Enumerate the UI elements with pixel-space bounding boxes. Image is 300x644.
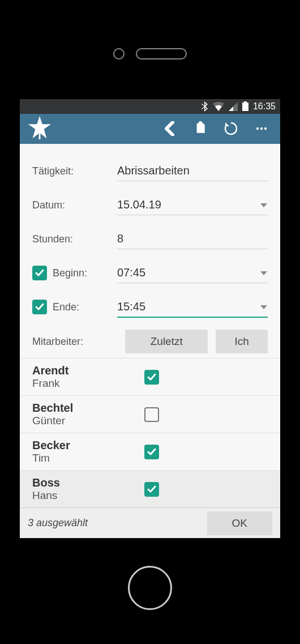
home-button[interactable] bbox=[128, 566, 172, 610]
refresh-button[interactable] bbox=[217, 114, 245, 143]
status-bar: 16:35 bbox=[20, 99, 280, 114]
overflow-menu-button[interactable] bbox=[247, 114, 276, 143]
employee-firstname: Frank bbox=[32, 377, 144, 390]
app-logo-icon bbox=[27, 114, 53, 143]
chevron-down-icon bbox=[260, 198, 268, 211]
end-checkbox[interactable] bbox=[32, 300, 47, 314]
employee-checkbox[interactable] bbox=[144, 407, 159, 422]
end-time-field[interactable]: 15:45 bbox=[117, 297, 268, 318]
begin-row: Beginn: 07:45 bbox=[32, 256, 268, 290]
begin-value: 07:45 bbox=[117, 266, 145, 279]
employee-lastname: Arendt bbox=[32, 364, 144, 377]
footer-bar: 3 ausgewählt OK bbox=[20, 507, 280, 538]
begin-label: Beginn: bbox=[53, 267, 87, 279]
hours-value: 8 bbox=[117, 232, 123, 245]
me-button[interactable]: Ich bbox=[216, 330, 268, 353]
employee-checkbox[interactable] bbox=[144, 482, 159, 497]
activity-row: Tätigkeit: Abrissarbeiten bbox=[32, 154, 268, 188]
activity-label: Tätigkeit: bbox=[32, 165, 117, 177]
date-label: Datum: bbox=[32, 199, 117, 211]
begin-time-field[interactable]: 07:45 bbox=[117, 263, 268, 283]
app-bar bbox=[20, 114, 280, 144]
employee-list: Arendt Frank Bechtel Günter bbox=[20, 358, 280, 507]
date-value: 15.04.19 bbox=[117, 198, 161, 211]
content: Tätigkeit: Abrissarbeiten Datum: 15.04.1… bbox=[20, 144, 280, 538]
speaker-slit bbox=[136, 48, 187, 59]
ok-button[interactable]: OK bbox=[207, 511, 272, 535]
end-value: 15:45 bbox=[117, 300, 145, 313]
svg-rect-3 bbox=[39, 129, 41, 139]
employee-firstname: Tim bbox=[32, 452, 144, 464]
hours-label: Stunden: bbox=[32, 233, 117, 245]
phone-frame: 16:35 bbox=[0, 0, 300, 644]
employee-row[interactable]: Becker Tim bbox=[20, 433, 280, 470]
svg-point-5 bbox=[260, 127, 263, 130]
chevron-down-icon bbox=[260, 300, 268, 313]
end-row: Ende: 15:45 bbox=[32, 290, 268, 324]
back-button[interactable] bbox=[156, 114, 184, 143]
employee-row[interactable]: Boss Hans bbox=[20, 470, 280, 507]
activity-field[interactable]: Abrissarbeiten bbox=[117, 161, 268, 181]
activity-value: Abrissarbeiten bbox=[117, 164, 190, 177]
battery-icon bbox=[242, 101, 248, 111]
begin-checkbox[interactable] bbox=[32, 266, 47, 280]
hours-field[interactable]: 8 bbox=[117, 229, 268, 249]
date-field[interactable]: 15.04.19 bbox=[117, 195, 268, 215]
hours-row: Stunden: 8 bbox=[32, 222, 268, 256]
sensor-dot bbox=[113, 48, 125, 59]
status-time: 16:35 bbox=[253, 101, 276, 112]
employee-row[interactable]: Bechtel Günter bbox=[20, 395, 280, 433]
tag-button[interactable] bbox=[186, 114, 215, 143]
svg-rect-1 bbox=[244, 101, 247, 103]
selection-count: 3 ausgewählt bbox=[28, 517, 200, 529]
employee-firstname: Hans bbox=[32, 489, 144, 502]
employee-checkbox[interactable] bbox=[144, 445, 159, 459]
employee-buttons-row: Mitarbeiter: Zuletzt Ich bbox=[32, 324, 268, 353]
wifi-icon bbox=[213, 102, 224, 111]
employee-lastname: Boss bbox=[32, 476, 144, 489]
svg-rect-0 bbox=[242, 103, 248, 111]
employee-firstname: Günter bbox=[32, 415, 144, 427]
employee-lastname: Becker bbox=[32, 439, 144, 452]
employee-lastname: Bechtel bbox=[32, 402, 144, 415]
cell-signal-icon bbox=[229, 102, 238, 111]
employee-checkbox[interactable] bbox=[144, 370, 159, 385]
employees-label: Mitarbeiter: bbox=[32, 336, 117, 348]
svg-point-4 bbox=[256, 127, 259, 130]
form-area: Tätigkeit: Abrissarbeiten Datum: 15.04.1… bbox=[20, 144, 280, 358]
svg-point-6 bbox=[264, 127, 267, 130]
recent-button[interactable]: Zuletzt bbox=[125, 330, 208, 353]
screen: 16:35 bbox=[20, 99, 280, 538]
end-label: Ende: bbox=[53, 301, 79, 313]
bluetooth-icon bbox=[202, 101, 208, 112]
phone-speaker bbox=[0, 48, 300, 59]
employee-row[interactable]: Arendt Frank bbox=[20, 358, 280, 395]
date-row: Datum: 15.04.19 bbox=[32, 188, 268, 222]
chevron-down-icon bbox=[260, 266, 268, 279]
